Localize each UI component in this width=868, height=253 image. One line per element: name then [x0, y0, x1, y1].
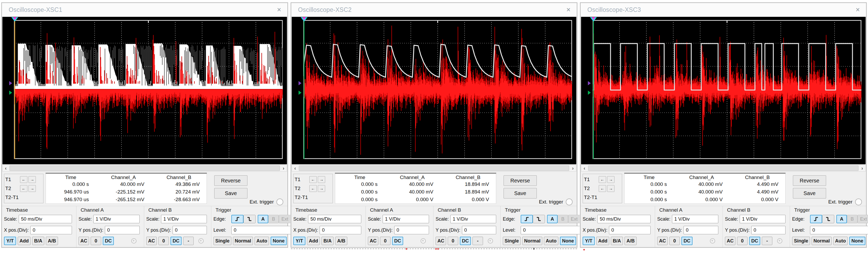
- scroll-left-arrow[interactable]: ‹: [581, 165, 588, 171]
- trigger-source-b-button[interactable]: B: [268, 215, 279, 223]
- yt-button[interactable]: Y/T: [4, 237, 16, 245]
- trigger-none-button[interactable]: None: [271, 237, 287, 245]
- scrollbar-thumb[interactable]: [588, 166, 859, 171]
- t2-right-button[interactable]: →: [607, 185, 615, 192]
- channel-a-scale-input[interactable]: [383, 215, 429, 223]
- channel-a-scale-input[interactable]: [672, 215, 718, 223]
- channel-a-scale-input[interactable]: [93, 215, 140, 223]
- ext-trigger-radio[interactable]: [855, 198, 862, 205]
- trigger-source-ext-button[interactable]: Ext: [858, 215, 868, 223]
- t1-right-button[interactable]: →: [607, 176, 615, 183]
- scroll-right-arrow[interactable]: ›: [570, 165, 576, 171]
- falling-edge-button[interactable]: [533, 215, 545, 223]
- ab-button[interactable]: A/B: [335, 237, 347, 245]
- trigger-auto-button[interactable]: Auto: [833, 237, 848, 245]
- channel-b-zero-button[interactable]: 0: [737, 237, 748, 245]
- close-icon[interactable]: ×: [565, 3, 572, 16]
- ext-trigger-radio[interactable]: [276, 198, 283, 205]
- channel-a-zero-button[interactable]: 0: [380, 237, 391, 245]
- channel-b-scale-input[interactable]: [450, 215, 496, 223]
- channel-a-dc-button[interactable]: DC: [681, 237, 692, 245]
- channel-a-position-marker[interactable]: [588, 81, 591, 85]
- rising-edge-button[interactable]: [810, 215, 822, 223]
- channel-a-radio[interactable]: [131, 238, 136, 244]
- rising-edge-button[interactable]: [521, 215, 533, 223]
- channel-b-ac-button[interactable]: AC: [436, 237, 446, 245]
- channel-b-zero-button[interactable]: 0: [448, 237, 458, 245]
- channel-a-zero-button[interactable]: 0: [669, 237, 680, 245]
- scroll-left-arrow[interactable]: ‹: [292, 165, 298, 171]
- channel-b-ac-button[interactable]: AC: [146, 237, 157, 245]
- channel-a-ypos-input[interactable]: [105, 226, 140, 234]
- timebase-scale-input[interactable]: [19, 215, 72, 223]
- add-button[interactable]: Add: [307, 237, 320, 245]
- ab-button[interactable]: A/B: [624, 237, 637, 245]
- yt-button[interactable]: Y/T: [583, 237, 595, 245]
- x-pos-input[interactable]: [30, 226, 72, 234]
- ba-button[interactable]: B/A: [611, 237, 623, 245]
- ba-button[interactable]: B/A: [321, 237, 334, 245]
- scrollbar-thumb[interactable]: [299, 166, 569, 171]
- t2-left-button[interactable]: ←: [309, 185, 317, 192]
- trigger-normal-button[interactable]: Normal: [233, 237, 253, 245]
- ab-button[interactable]: A/B: [46, 237, 58, 245]
- trigger-auto-button[interactable]: Auto: [254, 237, 269, 245]
- yt-button[interactable]: Y/T: [293, 237, 305, 245]
- channel-a-zero-button[interactable]: 0: [91, 237, 101, 245]
- trigger-single-button[interactable]: Single: [213, 237, 231, 245]
- t1-right-button[interactable]: →: [318, 176, 325, 183]
- scroll-right-arrow[interactable]: ›: [280, 165, 287, 171]
- save-button[interactable]: Save: [503, 188, 537, 198]
- channel-b-dc-button[interactable]: DC: [749, 237, 760, 245]
- time-cursor-marker-icon[interactable]: [301, 17, 308, 22]
- trigger-none-button[interactable]: None: [849, 237, 865, 245]
- ext-trigger-radio[interactable]: [566, 198, 572, 205]
- channel-b-ypos-input[interactable]: [173, 226, 207, 234]
- channel-a-dc-button[interactable]: DC: [392, 237, 403, 245]
- channel-a-ac-button[interactable]: AC: [368, 237, 378, 245]
- trigger-normal-button[interactable]: Normal: [522, 237, 542, 245]
- save-button[interactable]: Save: [214, 188, 247, 198]
- channel-a-position-marker[interactable]: [9, 81, 12, 85]
- falling-edge-button[interactable]: [822, 215, 834, 223]
- falling-edge-button[interactable]: [244, 215, 256, 223]
- channel-a-ac-button[interactable]: AC: [79, 237, 89, 245]
- channel-a-radio[interactable]: [421, 238, 426, 244]
- window-titlebar[interactable]: Oscilloscope-XSC2 ×: [291, 3, 577, 17]
- channel-b-dc-button[interactable]: DC: [460, 237, 471, 245]
- t1-left-button[interactable]: ←: [309, 176, 317, 183]
- channel-b-minus-button[interactable]: -: [183, 237, 194, 245]
- add-button[interactable]: Add: [18, 237, 31, 245]
- trigger-source-a-button[interactable]: A: [836, 215, 847, 223]
- t1-left-button[interactable]: ←: [599, 176, 606, 183]
- scroll-left-arrow[interactable]: ‹: [3, 165, 9, 171]
- channel-b-dc-button[interactable]: DC: [170, 237, 182, 245]
- channel-b-ypos-input[interactable]: [462, 226, 496, 234]
- ba-button[interactable]: B/A: [32, 237, 44, 245]
- trigger-source-a-button[interactable]: A: [258, 215, 268, 223]
- channel-b-scale-input[interactable]: [740, 215, 785, 223]
- channel-b-radio[interactable]: [488, 238, 493, 244]
- t1-left-button[interactable]: ←: [20, 176, 27, 183]
- t2-right-button[interactable]: →: [318, 185, 325, 192]
- x-pos-input[interactable]: [609, 226, 651, 234]
- trigger-level-input[interactable]: [521, 226, 587, 234]
- channel-b-radio[interactable]: [777, 238, 782, 244]
- horizontal-scrollbar[interactable]: ‹ ›: [292, 165, 576, 172]
- reverse-button[interactable]: Reverse: [214, 175, 247, 186]
- trigger-source-ext-button[interactable]: Ext: [279, 215, 291, 223]
- horizontal-scrollbar[interactable]: ‹ ›: [581, 165, 866, 172]
- trigger-single-button[interactable]: Single: [792, 237, 810, 245]
- reverse-button[interactable]: Reverse: [793, 175, 826, 186]
- trigger-source-b-button[interactable]: B: [847, 215, 858, 223]
- channel-a-radio[interactable]: [710, 238, 715, 244]
- channel-b-position-marker[interactable]: [588, 91, 591, 95]
- t2-left-button[interactable]: ←: [20, 185, 27, 192]
- trigger-normal-button[interactable]: Normal: [812, 237, 832, 245]
- window-titlebar[interactable]: Oscilloscope-XSC3 ×: [581, 3, 866, 17]
- scroll-right-arrow[interactable]: ›: [859, 165, 865, 171]
- reverse-button[interactable]: Reverse: [503, 175, 537, 186]
- t1-right-button[interactable]: →: [28, 176, 36, 183]
- channel-b-ypos-input[interactable]: [751, 226, 785, 234]
- rising-edge-button[interactable]: [231, 215, 244, 223]
